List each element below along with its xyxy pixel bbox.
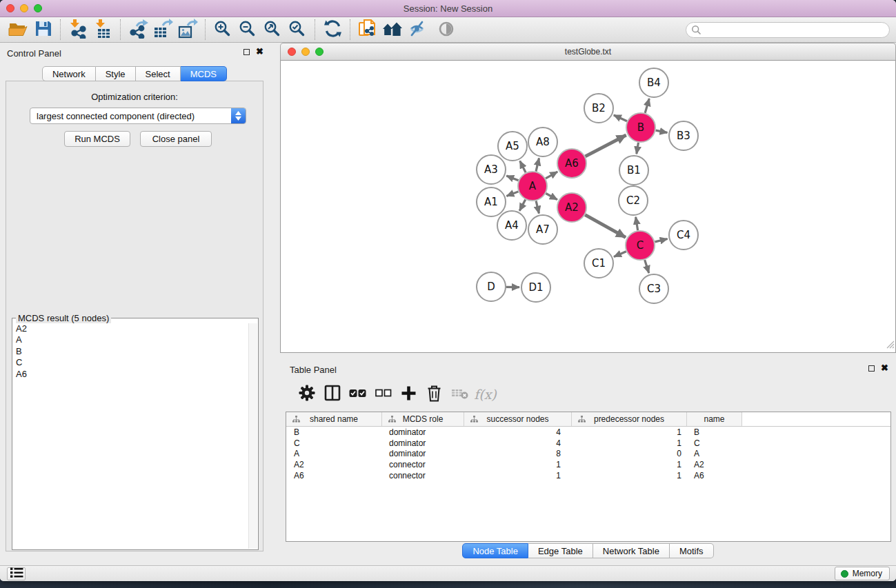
edge-B-B1[interactable]: [637, 143, 639, 154]
zoom-fit-button[interactable]: [260, 18, 285, 41]
mcds-result-item[interactable]: B: [13, 346, 248, 357]
edge-A-A3[interactable]: [506, 176, 518, 181]
edge-B-B2[interactable]: [614, 115, 627, 121]
node-A6[interactable]: A6: [557, 149, 586, 178]
edge-A-A2[interactable]: [546, 194, 557, 200]
select-all-rows-button[interactable]: [345, 381, 370, 408]
node-A7[interactable]: A7: [528, 215, 557, 244]
tab-select[interactable]: Select: [136, 66, 181, 81]
node-A5[interactable]: A5: [498, 132, 527, 161]
node-B4[interactable]: B4: [639, 68, 668, 97]
tab-edge-table[interactable]: Edge Table: [528, 543, 593, 558]
edge-B-B4[interactable]: [645, 99, 649, 113]
node-C1[interactable]: C1: [584, 249, 613, 278]
node-D[interactable]: D: [477, 272, 506, 301]
home-layout-button[interactable]: [380, 18, 405, 41]
show-columns-button[interactable]: [319, 381, 345, 408]
cell-name[interactable]: B: [687, 427, 742, 437]
close-table-panel-icon[interactable]: ✖: [881, 364, 888, 372]
edge-C-C1[interactable]: [614, 252, 626, 257]
memory-button[interactable]: Memory: [835, 567, 890, 580]
result-scrollbar[interactable]: [248, 323, 257, 549]
node-B3[interactable]: B3: [669, 121, 698, 150]
table-row[interactable]: A2connector11A2: [286, 459, 890, 470]
cell-successor-nodes[interactable]: 4: [464, 427, 572, 437]
cell-shared-name[interactable]: A2: [286, 460, 382, 469]
cell-predecessor-nodes[interactable]: 1: [572, 427, 687, 437]
export-image-button[interactable]: [175, 18, 200, 41]
cell-name[interactable]: A: [687, 449, 742, 458]
cell-mcds-role[interactable]: dominator: [382, 438, 464, 448]
edge-A-A5[interactable]: [520, 161, 526, 172]
node-C2[interactable]: C2: [619, 186, 648, 215]
close-panel-button[interactable]: Close panel: [140, 131, 212, 147]
mcds-result-item[interactable]: A6: [13, 369, 248, 380]
criterion-select[interactable]: largest connected component (directed): [30, 108, 246, 124]
float-panel-icon[interactable]: [243, 49, 250, 55]
open-session-button[interactable]: [6, 18, 30, 41]
import-network-button[interactable]: [66, 18, 90, 41]
import-table-button[interactable]: [90, 18, 115, 41]
node-C4[interactable]: C4: [669, 221, 698, 250]
node-C3[interactable]: C3: [639, 274, 668, 303]
node-A1[interactable]: A1: [477, 187, 506, 216]
zoom-selected-button[interactable]: [285, 18, 310, 41]
cell-shared-name[interactable]: A: [286, 449, 382, 458]
edge-A-A8[interactable]: [536, 158, 539, 171]
table-row[interactable]: Cdominator41C: [286, 438, 890, 449]
cell-shared-name[interactable]: C: [286, 438, 382, 448]
network-canvas[interactable]: AA1A2A3A4A5A6A7A8BB1B2B3B4CC1C2C3C4DD1: [280, 61, 896, 353]
node-C[interactable]: C: [626, 231, 655, 260]
column-header-name[interactable]: name: [687, 412, 742, 426]
search-input[interactable]: [686, 22, 890, 38]
cell-mcds-role[interactable]: connector: [382, 460, 464, 469]
node-A8[interactable]: A8: [528, 128, 557, 156]
run-mcds-button[interactable]: Run MCDS: [64, 131, 130, 147]
zoom-out-button[interactable]: [235, 18, 260, 41]
mcds-result-item[interactable]: A: [13, 334, 248, 345]
save-session-button[interactable]: [30, 18, 55, 41]
cell-name[interactable]: C: [687, 438, 742, 448]
edge-A6-B[interactable]: [586, 135, 626, 156]
edge-C-C4[interactable]: [655, 239, 667, 242]
table-settings-button[interactable]: [294, 381, 319, 408]
deselect-all-rows-button[interactable]: [370, 381, 396, 408]
resize-grip[interactable]: [886, 339, 895, 352]
cell-predecessor-nodes[interactable]: 1: [572, 471, 687, 480]
node-A3[interactable]: A3: [477, 155, 506, 184]
cell-name[interactable]: A2: [687, 460, 742, 469]
add-column-button[interactable]: [396, 381, 421, 408]
cell-successor-nodes[interactable]: 1: [464, 460, 572, 469]
tab-network-table[interactable]: Network Table: [593, 543, 670, 558]
table-row[interactable]: Adominator80A: [286, 449, 890, 460]
column-header-shared-name[interactable]: shared name: [286, 412, 382, 426]
mcds-result-item[interactable]: C: [13, 357, 248, 368]
node-B[interactable]: B: [626, 113, 655, 142]
cell-name[interactable]: A6: [687, 471, 742, 480]
node-A4[interactable]: A4: [497, 211, 526, 240]
mcds-result-item[interactable]: A2: [13, 323, 248, 334]
export-network-button[interactable]: [126, 18, 150, 41]
hide-graphics-details-button[interactable]: [405, 18, 430, 41]
table-row[interactable]: A6connector11A6: [286, 470, 890, 481]
cell-shared-name[interactable]: B: [286, 427, 382, 437]
edge-A-A7[interactable]: [536, 201, 539, 213]
node-A[interactable]: A: [518, 172, 547, 201]
tab-style[interactable]: Style: [96, 66, 136, 81]
edge-B-B3[interactable]: [656, 130, 668, 132]
cell-mcds-role[interactable]: dominator: [382, 449, 464, 458]
task-history-button[interactable]: [7, 567, 26, 580]
edge-A2-C[interactable]: [585, 215, 626, 238]
tab-node-table[interactable]: Node Table: [462, 543, 528, 558]
edge-A-A4[interactable]: [519, 199, 526, 210]
edge-C-C2[interactable]: [636, 217, 638, 231]
table-row[interactable]: Bdominator41B: [286, 427, 890, 438]
column-header-successor-nodes[interactable]: successor nodes: [464, 412, 572, 426]
node-B1[interactable]: B1: [619, 156, 648, 185]
cell-successor-nodes[interactable]: 8: [464, 449, 572, 458]
zoom-in-button[interactable]: [210, 18, 235, 41]
edge-A-A1[interactable]: [506, 192, 518, 196]
cell-shared-name[interactable]: A6: [286, 471, 382, 480]
cell-predecessor-nodes[interactable]: 0: [572, 449, 687, 458]
clone-network-button[interactable]: [355, 18, 380, 41]
